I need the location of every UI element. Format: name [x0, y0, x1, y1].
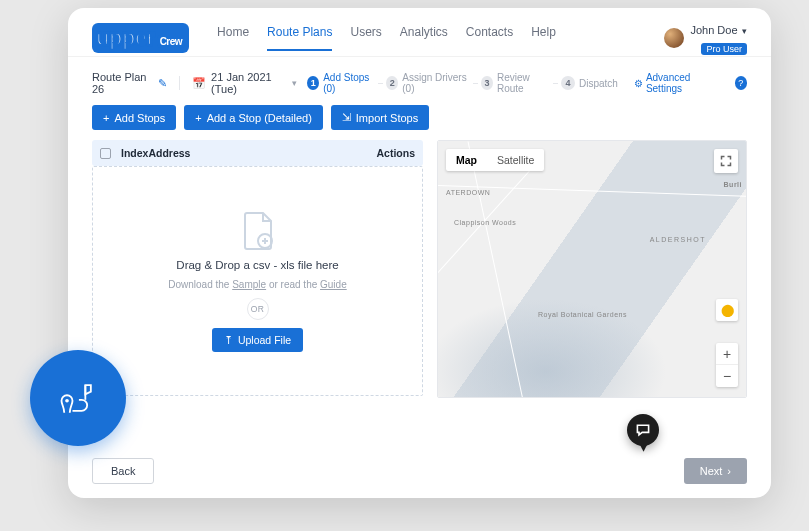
calendar-icon: 📅: [192, 77, 206, 90]
street-view-button[interactable]: ⬤: [716, 299, 738, 321]
step-label: Assign Drivers (0): [402, 72, 470, 94]
nav-analytics[interactable]: Analytics: [400, 25, 448, 51]
map-road: [468, 141, 527, 398]
user-menu[interactable]: John Doe ▾ Pro User: [664, 20, 747, 56]
dz-text: Download the: [168, 279, 232, 290]
dz-text: or read the: [266, 279, 320, 290]
import-icon: ⇲: [342, 111, 351, 124]
chevron-down-icon: ▾: [292, 78, 297, 88]
edit-icon[interactable]: ✎: [158, 77, 167, 90]
avatar: [664, 28, 684, 48]
dropzone-title: Drag & Drop a csv - xls file here: [176, 259, 338, 271]
chevron-right-icon: ›: [727, 465, 731, 477]
btn-label: Upload File: [238, 334, 291, 346]
add-stop-detailed-button[interactable]: +Add a Stop (Detailed): [184, 105, 323, 130]
step-label: Add Stops (0): [323, 72, 375, 94]
map-type-satellite[interactable]: Satellite: [487, 149, 544, 171]
route-name[interactable]: Route Plan 26 ✎: [92, 71, 167, 95]
pro-badge: Pro User: [701, 43, 747, 55]
dropzone-sub: Download the Sample or read the Guide: [168, 279, 346, 290]
map-label: ALDERSHOT: [650, 236, 706, 243]
nav-users[interactable]: Users: [350, 25, 381, 51]
map-type-control: Map Satellite: [446, 149, 544, 171]
th-address: Address: [148, 147, 190, 159]
stepper: 1Add Stops (0) 2Assign Drivers (0) 3Revi…: [307, 72, 618, 94]
plus-icon: +: [195, 112, 201, 124]
guide-link[interactable]: Guide: [320, 279, 347, 290]
btn-label: Add a Stop (Detailed): [207, 112, 312, 124]
upload-file-button[interactable]: ⤒Upload File: [212, 328, 303, 352]
nav-route-plans[interactable]: Route Plans: [267, 25, 332, 51]
map-canvas[interactable]: ATERDOWN Clappison Woods ALDERSHOT Burli…: [438, 141, 746, 397]
table-header: IndexAddress Actions: [92, 140, 423, 166]
map-label: ATERDOWN: [446, 189, 490, 196]
route-feature-bubble: [30, 350, 126, 446]
chevron-down-icon: ▾: [742, 26, 747, 36]
next-button[interactable]: Next›: [684, 458, 747, 484]
fullscreen-button[interactable]: [714, 149, 738, 173]
step-separator: [553, 83, 558, 84]
advanced-settings[interactable]: ⚙ Advanced Settings: [634, 72, 719, 94]
zoom-out-button[interactable]: −: [716, 365, 738, 387]
map-label: Burli: [724, 181, 742, 188]
help-button[interactable]: ?: [735, 76, 747, 90]
route-pin-icon: [56, 376, 100, 420]
logo: upper Crew: [92, 23, 189, 53]
step-label: Review Route: [497, 72, 550, 94]
map-label: Clappison Woods: [454, 219, 516, 226]
step-review-route[interactable]: 3Review Route: [481, 72, 550, 94]
step-label: Dispatch: [579, 78, 618, 89]
step-add-stops[interactable]: 1Add Stops (0): [307, 72, 375, 94]
svg-point-1: [65, 399, 69, 403]
app-window: upper Crew Home Route Plans Users Analyt…: [68, 8, 771, 498]
gear-icon: ⚙: [634, 78, 643, 89]
or-divider: OR: [247, 298, 269, 320]
sample-link[interactable]: Sample: [232, 279, 266, 290]
import-stops-button[interactable]: ⇲Import Stops: [331, 105, 429, 130]
date-text: 21 Jan 2021 (Tue): [211, 71, 287, 95]
th-actions: Actions: [376, 147, 415, 159]
plus-icon: +: [103, 112, 109, 124]
nav-contacts[interactable]: Contacts: [466, 25, 513, 51]
separator: [179, 76, 180, 90]
action-buttons: +Add Stops +Add a Stop (Detailed) ⇲Impor…: [68, 105, 771, 140]
upload-icon: ⤒: [224, 334, 233, 346]
dropzone[interactable]: Drag & Drop a csv - xls file here Downlo…: [92, 166, 423, 396]
step-dispatch[interactable]: 4Dispatch: [561, 76, 618, 90]
nav-help[interactable]: Help: [531, 25, 556, 51]
zoom-in-button[interactable]: +: [716, 343, 738, 365]
btn-label: Next: [700, 465, 723, 477]
nav-home[interactable]: Home: [217, 25, 249, 51]
step-separator: [378, 83, 383, 84]
file-icon: [241, 211, 275, 251]
user-col: John Doe ▾ Pro User: [690, 20, 747, 56]
header: upper Crew Home Route Plans Users Analyt…: [68, 8, 771, 56]
step-assign-drivers[interactable]: 2Assign Drivers (0): [386, 72, 470, 94]
pegman-icon: ⬤: [721, 303, 734, 317]
th-index: Index: [121, 147, 148, 159]
btn-label: Add Stops: [114, 112, 165, 124]
step-separator: [473, 83, 478, 84]
map-panel[interactable]: ATERDOWN Clappison Woods ALDERSHOT Burli…: [437, 140, 747, 398]
route-name-text: Route Plan 26: [92, 71, 152, 95]
zoom-control: + −: [716, 343, 738, 387]
date-picker[interactable]: 📅 21 Jan 2021 (Tue) ▾: [192, 71, 297, 95]
chat-icon: [635, 422, 651, 438]
add-stops-button[interactable]: +Add Stops: [92, 105, 176, 130]
back-button[interactable]: Back: [92, 458, 154, 484]
chat-widget[interactable]: [627, 414, 659, 446]
footer: Back Next›: [68, 458, 771, 484]
btn-label: Import Stops: [356, 112, 418, 124]
stops-panel: IndexAddress Actions Drag & Drop a csv -…: [92, 140, 423, 398]
logo-sub: Crew: [157, 35, 185, 48]
user-name: John Doe: [690, 24, 737, 36]
main-nav: Home Route Plans Users Analytics Contact…: [217, 25, 556, 51]
route-toolbar: Route Plan 26 ✎ 📅 21 Jan 2021 (Tue) ▾ 1A…: [68, 57, 771, 105]
select-all-checkbox[interactable]: [100, 148, 111, 159]
content: IndexAddress Actions Drag & Drop a csv -…: [68, 140, 771, 410]
fullscreen-icon: [720, 155, 732, 167]
map-label: Royal Botanical Gardens: [538, 311, 627, 318]
logo-text: upper: [96, 25, 155, 51]
advanced-label: Advanced Settings: [646, 72, 719, 94]
map-type-map[interactable]: Map: [446, 149, 487, 171]
